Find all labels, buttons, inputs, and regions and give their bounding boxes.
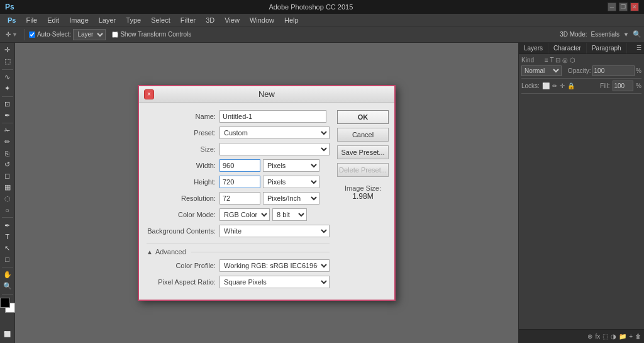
restore-button[interactable]: ❐	[619, 3, 628, 11]
tool-sep-6	[2, 294, 13, 295]
cancel-button[interactable]: Cancel	[337, 128, 389, 142]
menu-ps[interactable]: Ps	[3, 14, 21, 26]
menu-view[interactable]: View	[219, 14, 245, 26]
zoom-tool[interactable]: 🔍	[1, 281, 14, 291]
menu-file[interactable]: File	[21, 14, 42, 26]
color-mode-select[interactable]: RGB Color CMYK Color Grayscale	[219, 208, 270, 221]
dodge-tool[interactable]: ○	[1, 205, 14, 215]
add-mask-icon[interactable]: ⬚	[602, 333, 608, 340]
color-boxes	[0, 298, 15, 312]
width-label: Width:	[147, 162, 216, 169]
brush-tool[interactable]: ✏	[1, 137, 14, 147]
blend-mode-select[interactable]: Normal	[521, 65, 562, 76]
extra-tools: ⬜	[1, 328, 14, 340]
height-input[interactable]	[219, 176, 260, 188]
lock-all-icon[interactable]: 🔒	[567, 82, 575, 89]
panel-menu-icon[interactable]: ☰	[634, 43, 644, 53]
eraser-tool[interactable]: ◻	[1, 171, 14, 181]
menu-edit[interactable]: Edit	[42, 14, 64, 26]
menu-window[interactable]: Window	[245, 14, 279, 26]
lock-position-icon[interactable]: ✛	[560, 82, 565, 89]
clone-stamp-tool[interactable]: ⎘	[1, 149, 14, 159]
lasso-tool[interactable]: ∿	[1, 72, 14, 82]
menu-3d[interactable]: 3D	[201, 14, 219, 26]
panel-tabs: Layers Character Paragraph ☰	[519, 43, 644, 54]
type-tool[interactable]: T	[1, 232, 14, 242]
path-selection-tool[interactable]: ↖	[1, 243, 14, 253]
move-tool[interactable]: ✛	[1, 45, 14, 55]
height-label: Height:	[147, 178, 216, 186]
link-layers-icon[interactable]: ⊗	[587, 333, 592, 340]
tab-layers[interactable]: Layers	[519, 43, 548, 53]
menu-filter[interactable]: Filter	[175, 14, 201, 26]
tab-paragraph[interactable]: Paragraph	[587, 43, 627, 53]
auto-select-dropdown[interactable]: Layer	[73, 29, 106, 40]
minimize-button[interactable]: ─	[608, 3, 616, 11]
healing-tool[interactable]: ✁	[1, 126, 14, 136]
tab-character[interactable]: Character	[548, 43, 587, 53]
resolution-unit-select[interactable]: Pixels/Inch Pixels/cm	[263, 192, 319, 205]
tool-sep-4	[2, 217, 13, 218]
show-transform-check[interactable]	[112, 31, 118, 38]
toolbar: ✛ ▼ Auto-Select: Layer Show Transform Co…	[0, 26, 644, 43]
new-adjustment-icon[interactable]: ◑	[611, 333, 616, 340]
auto-select-check[interactable]	[29, 31, 35, 38]
size-select[interactable]	[219, 143, 330, 155]
new-layer-icon[interactable]: +	[629, 333, 633, 340]
pixel-aspect-select[interactable]: Square Pixels	[219, 276, 330, 288]
menu-help[interactable]: Help	[279, 14, 304, 26]
new-group-icon[interactable]: 📁	[619, 333, 626, 340]
menu-image[interactable]: Image	[64, 14, 94, 26]
toolbar-sep-1	[25, 29, 25, 40]
eyedropper-tool[interactable]: ✒	[1, 110, 14, 120]
layer-effects-icon[interactable]: fx	[595, 333, 600, 340]
color-profile-select[interactable]: Working RGB: sRGB IEC61966-2.1	[219, 259, 330, 272]
height-unit-select[interactable]: Pixels Inches cm	[263, 176, 319, 188]
auto-select-checkbox[interactable]: Auto-Select: Layer	[29, 29, 106, 40]
pen-tool[interactable]: ✒	[1, 220, 14, 230]
width-unit-select[interactable]: Pixels Inches cm	[263, 159, 319, 172]
marquee-tool[interactable]: ⬚	[1, 57, 14, 67]
name-input[interactable]	[219, 110, 326, 123]
quick-mask-tool[interactable]: ⬜	[1, 328, 14, 340]
resolution-input[interactable]	[219, 192, 260, 205]
fill-input[interactable]	[613, 81, 634, 91]
blur-tool[interactable]: ◌	[1, 194, 14, 204]
move-tool-options: ✛ ▼	[3, 29, 21, 40]
opacity-input[interactable]	[592, 65, 635, 76]
history-brush-tool[interactable]: ↺	[1, 160, 14, 170]
hand-tool[interactable]: ✋	[1, 270, 14, 280]
bg-contents-select[interactable]: White Background Color Transparent	[219, 225, 330, 237]
bg-contents-label: Background Contents:	[147, 227, 216, 235]
menu-layer[interactable]: Layer	[94, 14, 121, 26]
crop-tool[interactable]: ⊡	[1, 99, 14, 109]
dialog-close-button[interactable]: ×	[144, 89, 154, 99]
dialog-titlebar: × New	[139, 86, 394, 103]
menu-type[interactable]: Type	[121, 14, 146, 26]
pixel-aspect-label: Pixel Aspect Ratio:	[147, 278, 216, 286]
panel-search-icon[interactable]: 🔍	[633, 30, 641, 38]
magic-wand-tool[interactable]: ✦	[1, 84, 14, 94]
toolbox: ✛ ⬚ ∿ ✦ ⊡ ✒ ✁ ✏ ⎘ ↺ ◻ ▦ ◌ ○ ✒ T ↖ □ ✋ 🔍 …	[0, 43, 15, 343]
save-preset-button[interactable]: Save Preset...	[337, 145, 389, 159]
width-input[interactable]	[219, 159, 260, 172]
essentials-dropdown-icon[interactable]: ▼	[623, 31, 629, 38]
tool-sep-5	[2, 267, 13, 267]
menu-select[interactable]: Select	[146, 14, 175, 26]
preset-select[interactable]: Custom	[219, 127, 330, 139]
shape-tool[interactable]: □	[1, 254, 14, 264]
close-button[interactable]: ✕	[630, 3, 639, 11]
panel-divider-2	[521, 93, 641, 94]
advanced-toggle[interactable]: ▲ Advanced	[147, 244, 330, 256]
ok-button[interactable]: OK	[337, 110, 389, 124]
delete-preset-button[interactable]: Delete Preset...	[337, 163, 389, 177]
foreground-color[interactable]	[0, 298, 10, 308]
gradient-tool[interactable]: ▦	[1, 183, 14, 193]
image-size-box: Image Size: 1.98M	[337, 181, 389, 205]
panel-tab-spacer	[627, 43, 634, 53]
lock-image-icon[interactable]: ✏	[552, 82, 557, 89]
delete-layer-icon[interactable]: 🗑	[635, 333, 641, 340]
layers-kind-label: Kind	[521, 57, 543, 64]
lock-transparency-icon[interactable]: ⬜	[542, 82, 550, 89]
bit-depth-select[interactable]: 8 bit 16 bit 32 bit	[272, 208, 307, 221]
